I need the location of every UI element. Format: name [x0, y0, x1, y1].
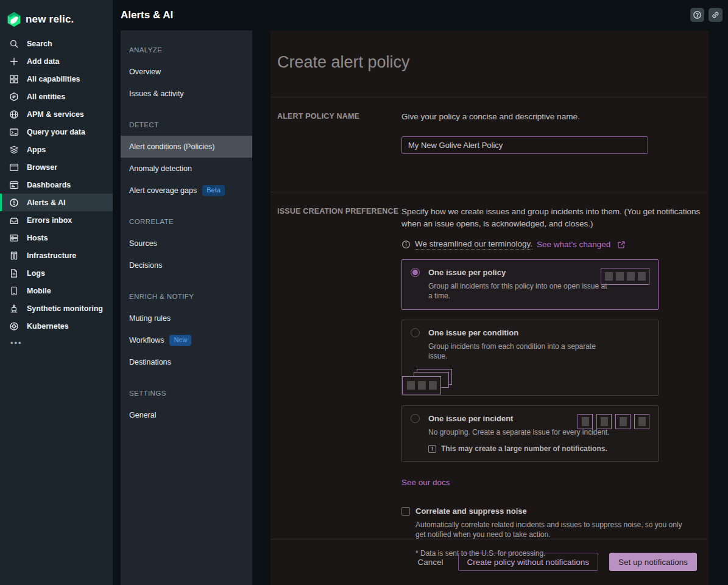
sidebar-item-label: APM & services: [27, 110, 84, 119]
beta-badge: Beta: [202, 185, 225, 196]
radio-unselected-icon[interactable]: [411, 414, 420, 423]
sidebar-item-label: Alerts & AI: [27, 198, 65, 207]
option-one-issue-per-policy[interactable]: One issue per policy Group all incidents…: [401, 259, 659, 310]
subnav-item-decisions[interactable]: Decisions: [121, 254, 252, 276]
sidebar-item-browser[interactable]: Browser: [0, 158, 113, 176]
sidebar-item-apps[interactable]: Apps: [0, 141, 113, 158]
racks-icon: [9, 251, 19, 261]
sidebar-item-label: Logs: [27, 269, 45, 278]
sidebar-item-infrastructure[interactable]: Infrastructure: [0, 247, 113, 264]
subnav-section-settings: SETTINGS: [121, 382, 252, 404]
sidebar-item-all-capabilities[interactable]: All capabilities: [0, 70, 113, 88]
copy-link-button[interactable]: [709, 8, 723, 22]
search-icon: [9, 39, 19, 49]
correlate-label: Correlate and suppress noise: [415, 506, 684, 516]
alert-policy-name-content: Give your policy a concise and descripti…: [401, 111, 709, 154]
page-header-title: Alerts & AI: [121, 9, 173, 21]
issue-creation-preference-label: ISSUE CREATION PREFERENCE: [277, 206, 401, 558]
issue-creation-preference-section: ISSUE CREATION PREFERENCE Specify how we…: [270, 192, 709, 558]
subnav-item-sources[interactable]: Sources: [121, 233, 252, 254]
primary-sidebar: new relic. Search Add data All capabilit…: [0, 0, 113, 585]
sidebar-item-mobile[interactable]: Mobile: [0, 282, 113, 300]
sidebar-item-hosts[interactable]: Hosts: [0, 229, 113, 247]
layers-icon: [9, 145, 19, 155]
page-title: Create alert policy: [277, 53, 709, 72]
sidebar-item-label: Synthetic monitoring: [27, 304, 103, 313]
subnav-item-alert-coverage-gaps[interactable]: Alert coverage gaps Beta: [121, 180, 252, 201]
sidebar-item-kubernetes[interactable]: Kubernetes: [0, 317, 113, 335]
sidebar-item-label: Search: [27, 40, 52, 48]
sidebar-item-label: Dashboards: [27, 181, 71, 189]
subnav-item-label: Sources: [129, 239, 157, 248]
one-issue-per-policy-icon: [601, 268, 649, 285]
sidebar-more-button[interactable]: •••: [0, 335, 113, 351]
alert-circle-icon: [9, 198, 19, 208]
subnav-item-label: Decisions: [129, 261, 162, 270]
see-our-docs-link[interactable]: See our docs: [401, 478, 450, 487]
subnav-item-anomaly-detection[interactable]: Anomaly detection: [121, 158, 252, 180]
sidebar-item-label: Query your data: [27, 128, 85, 136]
radio-unselected-icon[interactable]: [411, 328, 420, 337]
sidebar-item-all-entities[interactable]: All entities: [0, 88, 113, 105]
subnav-item-general[interactable]: General: [121, 404, 252, 426]
sidebar-item-query-your-data[interactable]: Query your data: [0, 123, 113, 141]
correlate-description: Automatically correlate related incident…: [415, 520, 684, 539]
option-head: One issue per condition: [411, 328, 649, 337]
sidebar-item-logs[interactable]: Logs: [0, 264, 113, 282]
correlate-checkbox[interactable]: [401, 507, 410, 516]
subnav-section-correlate: CORRELATE: [121, 211, 252, 233]
option-description: Group all incidents for this policy into…: [428, 281, 611, 301]
robot-icon: [9, 304, 19, 314]
subnav-item-label: Overview: [129, 68, 161, 76]
subnav-item-destinations[interactable]: Destinations: [121, 351, 252, 373]
create-policy-without-notifications-button[interactable]: Create policy without notifications: [458, 553, 598, 571]
window-icon: [9, 163, 19, 172]
subnav-section-enrich-notify: ENRICH & NOTIFY: [121, 285, 252, 307]
see-whats-changed-link[interactable]: See what's changed: [537, 240, 610, 249]
sidebar-item-apm-services[interactable]: APM & services: [0, 105, 113, 123]
new-badge: New: [169, 335, 191, 346]
subnav-item-label: General: [129, 411, 156, 419]
policy-name-input[interactable]: [401, 136, 648, 154]
subnav-item-label: Alert coverage gaps: [129, 186, 197, 195]
brand-logo[interactable]: new relic.: [0, 0, 113, 30]
create-alert-policy-panel: Create alert policy ALERT POLICY NAME Gi…: [270, 30, 709, 585]
terminology-note-link[interactable]: We streamlined our terminology.: [415, 239, 532, 250]
sidebar-item-alerts-ai[interactable]: Alerts & AI: [0, 194, 113, 211]
one-issue-per-condition-icon: [402, 369, 452, 394]
sidebar-item-errors-inbox[interactable]: Errors inbox: [0, 211, 113, 229]
warning-icon: !: [428, 445, 436, 453]
sidebar-item-add-data[interactable]: Add data: [0, 52, 113, 70]
option-description: Group incidents from each condition into…: [428, 342, 611, 361]
one-issue-per-incident-icon: [578, 414, 649, 429]
sidebar-item-label: Errors inbox: [27, 216, 72, 225]
option-title: One issue per policy: [428, 268, 506, 277]
option-one-issue-per-incident[interactable]: One issue per incident No grouping. Crea…: [401, 405, 659, 462]
subnav-item-label: Anomaly detection: [129, 164, 192, 173]
help-button[interactable]: [690, 8, 704, 22]
sidebar-item-dashboards[interactable]: Dashboards: [0, 176, 113, 194]
sidebar-item-label: Kubernetes: [27, 322, 69, 331]
sidebar-item-synthetic-monitoring[interactable]: Synthetic monitoring: [0, 300, 113, 317]
sidebar-item-label: Browser: [27, 163, 57, 172]
plus-icon: [9, 57, 19, 66]
set-up-notifications-button[interactable]: Set up notifications: [609, 553, 697, 571]
subnav-item-issues-activity[interactable]: Issues & activity: [121, 83, 252, 105]
subnav-item-label: Muting rules: [129, 314, 171, 323]
external-link-icon: [617, 240, 626, 249]
subnav-item-muting-rules[interactable]: Muting rules: [121, 307, 252, 329]
sidebar-item-label: All capabilities: [27, 75, 80, 83]
primary-nav: Search Add data All capabilities All ent…: [0, 35, 113, 351]
cancel-button[interactable]: Cancel: [418, 558, 444, 567]
issue-preference-description: Specify how we create issues and group i…: [401, 206, 701, 230]
radio-selected-icon[interactable]: [411, 268, 420, 277]
option-one-issue-per-condition[interactable]: One issue per condition Group incidents …: [401, 320, 659, 396]
subnav-item-overview[interactable]: Overview: [121, 61, 252, 83]
subnav-item-alert-conditions[interactable]: Alert conditions (Policies): [121, 136, 252, 158]
new-relic-logo-icon: [7, 12, 21, 27]
phone-icon: [9, 286, 19, 296]
globe-icon: [9, 110, 19, 119]
subnav-item-workflows[interactable]: Workflows New: [121, 329, 252, 351]
document-icon: [9, 268, 19, 278]
sidebar-item-search[interactable]: Search: [0, 35, 113, 52]
